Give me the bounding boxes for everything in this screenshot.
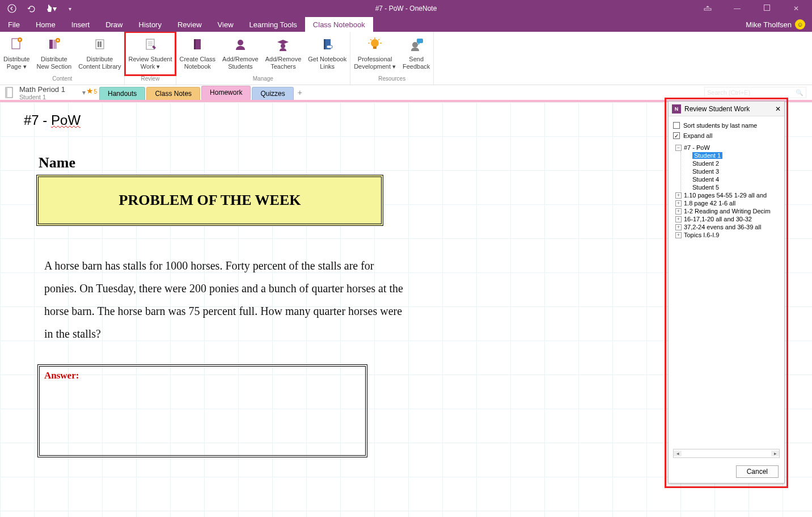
svg-rect-20 [373, 47, 377, 49]
answer-box[interactable]: Answer: [37, 364, 367, 457]
user-name-label: Mike Tholfsen [746, 20, 792, 29]
student-label: Student 1 [692, 152, 722, 159]
tab-learning-tools[interactable]: Learning Tools [242, 17, 305, 32]
smiley-icon: ☺ [795, 19, 805, 30]
ribbon-button-label: DistributeNew Section [36, 56, 71, 70]
undo-icon[interactable] [24, 1, 39, 16]
ribbon-library-button[interactable]: DistributeContent Library [75, 32, 124, 75]
checkbox-icon [673, 122, 680, 129]
svg-rect-10 [100, 41, 102, 47]
section-tab-homework[interactable]: Homework [201, 86, 251, 100]
section-tab-quizzes[interactable]: Quizzes [252, 87, 293, 100]
section-icon [45, 35, 63, 53]
svg-point-21 [412, 42, 418, 48]
tab-file[interactable]: File [0, 17, 28, 32]
sort-label: Sort students by last name [683, 122, 757, 129]
tree-student-node[interactable]: Student 5 [692, 183, 780, 191]
student-label: Student 3 [692, 168, 719, 175]
tab-view[interactable]: View [210, 17, 242, 32]
svg-point-15 [281, 44, 285, 48]
onenote-icon: N [672, 104, 681, 114]
svg-rect-2 [764, 5, 769, 11]
sort-by-lastname-checkbox[interactable]: Sort students by last name [673, 122, 780, 129]
cancel-button[interactable]: Cancel [736, 465, 779, 478]
expand-icon[interactable]: + [675, 224, 682, 230]
tree-student-node[interactable]: Student 1 [692, 152, 780, 159]
scroll-left-icon[interactable]: ◂ [674, 451, 682, 456]
student-label: Student 2 [692, 160, 719, 167]
tree-node-label: Topics I.6-I.9 [684, 232, 719, 238]
user-name[interactable]: Mike Tholfsen☺ [739, 17, 812, 32]
name-label: Name [39, 154, 75, 171]
panel-close-icon[interactable]: ✕ [775, 105, 781, 113]
problem-banner: PROBLEM OF THE WEEK [36, 175, 383, 226]
tab-review[interactable]: Review [170, 17, 210, 32]
svg-point-19 [371, 39, 379, 47]
ribbon-links-button[interactable]: Get NotebookLinks [304, 32, 350, 75]
page-canvas[interactable]: #7 - PoW Name PROBLEM OF THE WEEK A hors… [0, 102, 812, 517]
page-title[interactable]: #7 - PoW [24, 112, 81, 128]
tree-node-label: 1.10 pages 54-55 1-29 all and [684, 192, 767, 199]
student-label: Student 5 [692, 184, 719, 191]
ribbon-notebook-button[interactable]: Create ClassNotebook [176, 32, 219, 75]
tree-node[interactable]: +1-2 Reading and Writing Decim [675, 207, 780, 215]
tree-node[interactable]: +16-17,1-20 all and 30-32 [675, 215, 780, 223]
chevron-down-icon[interactable]: ▾ [82, 89, 86, 96]
ribbon-teacher-button[interactable]: Add/RemoveTeachers [262, 32, 305, 75]
expand-icon[interactable]: + [675, 216, 682, 222]
section-tab-handouts[interactable]: Handouts [99, 87, 145, 100]
panel-h-scrollbar[interactable]: ◂ ▸ [673, 449, 780, 458]
back-icon[interactable] [5, 1, 19, 16]
ribbon-group-label: Manage [176, 75, 350, 85]
notebook-picker[interactable]: Math Period 1 Student 1 ▾ ★5 [0, 85, 99, 100]
tab-home[interactable]: Home [28, 17, 64, 32]
qat-customize-icon[interactable]: ▾ [62, 1, 77, 16]
ribbon-button-label: DistributePage ▾ [3, 56, 29, 70]
ribbon-student-button[interactable]: Add/RemoveStudents [219, 32, 262, 75]
ribbon-feedback-button[interactable]: SendFeedback [399, 32, 433, 75]
tree-node[interactable]: +37,2-24 evens and 36-39 all [675, 223, 780, 231]
expand-icon[interactable]: + [675, 208, 682, 215]
expand-icon[interactable]: + [675, 192, 682, 199]
ribbon-review-button[interactable]: Review StudentWork ▾ [125, 32, 175, 75]
add-section-button[interactable]: + [294, 86, 306, 99]
minimize-icon[interactable]: — [726, 5, 748, 12]
ribbon-section-button[interactable]: DistributeNew Section [33, 32, 75, 75]
svg-rect-24 [6, 87, 7, 98]
ribbon-bulb-button[interactable]: ProfessionalDevelopment ▾ [350, 32, 399, 75]
tab-draw[interactable]: Draw [98, 17, 130, 32]
tree-node[interactable]: −#7 - PoW [675, 144, 780, 152]
svg-rect-5 [49, 40, 53, 49]
maximize-icon[interactable] [755, 5, 778, 12]
ribbon-page-button[interactable]: DistributePage ▾ [0, 32, 33, 75]
student-icon [231, 35, 249, 53]
tree-node[interactable]: +1.8 page 42 1-6 all [675, 199, 780, 207]
expand-icon[interactable]: + [675, 232, 682, 238]
ribbon-button-label: Add/RemoveStudents [222, 56, 259, 70]
title-bar: ▾ ▾ #7 - PoW - OneNote — ✕ [0, 0, 812, 17]
panel-title: Review Student Work [684, 105, 750, 113]
tree-node-label: 1-2 Reading and Writing Decim [684, 208, 771, 215]
tree-student-node[interactable]: Student 4 [692, 175, 780, 183]
ribbon-options-icon[interactable] [696, 5, 719, 12]
touch-icon[interactable]: ▾ [43, 1, 58, 16]
close-icon[interactable]: ✕ [785, 5, 807, 12]
section-tab-class-notes[interactable]: Class Notes [146, 87, 200, 100]
tree-node[interactable]: +Topics I.6-I.9 [675, 231, 780, 239]
tab-insert[interactable]: Insert [64, 17, 98, 32]
svg-point-14 [238, 40, 243, 45]
expand-all-checkbox[interactable]: ✓ Expand all [673, 132, 780, 139]
search-input[interactable]: Search (Ctrl+E)🔍 [704, 87, 806, 98]
tree-node[interactable]: +1.10 pages 54-55 1-29 all and [675, 191, 780, 199]
ribbon-button-label: DistributeContent Library [78, 56, 121, 70]
ribbon-button-label: Add/RemoveTeachers [265, 56, 302, 70]
tab-history[interactable]: History [131, 17, 170, 32]
tree-student-node[interactable]: Student 2 [692, 159, 780, 167]
scroll-right-icon[interactable]: ▸ [771, 451, 779, 456]
tree-student-node[interactable]: Student 3 [692, 167, 780, 175]
tree-node-label: 16-17,1-20 all and 30-32 [684, 216, 752, 222]
tab-class-notebook[interactable]: Class Notebook [305, 17, 373, 32]
collapse-icon[interactable]: − [675, 145, 682, 151]
window-title: #7 - PoW - OneNote [375, 5, 437, 12]
expand-icon[interactable]: + [675, 200, 682, 207]
